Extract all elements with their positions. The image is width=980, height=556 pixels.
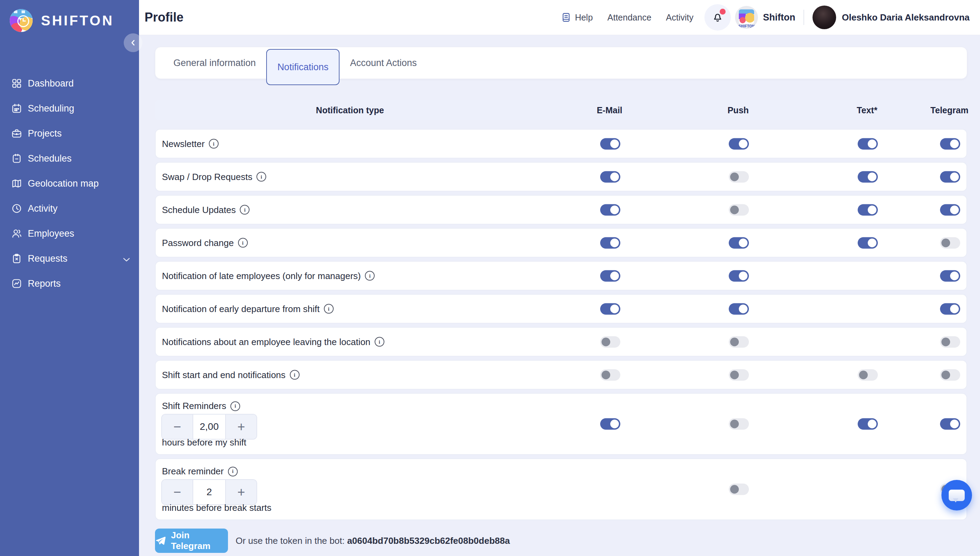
stepper-minus-button[interactable]: −	[162, 480, 192, 504]
chat-widget-button[interactable]	[941, 480, 972, 511]
toggle-knob	[610, 172, 619, 181]
info-icon[interactable]: i	[257, 172, 266, 182]
toggle-email[interactable]	[600, 138, 620, 149]
tab-account-actions[interactable]: Account Actions	[339, 52, 427, 73]
stepper-value[interactable]: 2,00	[192, 415, 226, 439]
toggle-knob	[730, 420, 739, 428]
toggle-text[interactable]	[858, 369, 878, 380]
sidebar-item-activity[interactable]: Activity	[0, 196, 139, 221]
toggle-email[interactable]	[600, 419, 620, 430]
app-root: SHIFTON DashboardSchedulingProjectsSched…	[0, 0, 980, 556]
sidebar-item-schedules[interactable]: Schedules	[0, 146, 139, 171]
help-link[interactable]: Help	[561, 12, 593, 23]
sidebar-item-scheduling[interactable]: Scheduling	[0, 96, 139, 121]
sidebar-collapse-button[interactable]	[124, 33, 142, 52]
toggle-knob	[941, 238, 950, 247]
info-icon[interactable]: i	[209, 139, 219, 149]
toggle-email[interactable]	[600, 270, 620, 281]
table-row: Newsletteri	[155, 129, 967, 158]
notifications-bell-button[interactable]	[704, 4, 731, 31]
toggle-telegram[interactable]	[940, 138, 960, 149]
stepper-suffix: hours before my shift	[162, 437, 246, 448]
stepper-minus-button[interactable]: −	[162, 415, 192, 439]
tab-notifications[interactable]: Notifications	[266, 49, 339, 85]
toggle-telegram[interactable]	[940, 204, 960, 215]
telegram-plane-icon	[155, 535, 166, 546]
row-label: Shift Reminders	[162, 401, 226, 411]
app-logo[interactable]: SHIFTON	[0, 0, 139, 32]
toggle-text[interactable]	[858, 138, 878, 149]
row-label-group: Notification of early departure from shi…	[162, 303, 334, 314]
shifton-logo-icon	[10, 9, 33, 32]
toggle-email[interactable]	[600, 204, 620, 215]
toggle-email[interactable]	[600, 171, 620, 183]
info-icon[interactable]: i	[240, 205, 250, 215]
user-name[interactable]: Oleshko Daria Aleksandrovna	[842, 12, 970, 23]
sidebar-item-label: Dashboard	[28, 78, 130, 89]
toggle-push[interactable]	[729, 138, 749, 149]
sidebar-item-dashboard[interactable]: Dashboard	[0, 71, 139, 96]
stepper-value[interactable]: 2	[192, 480, 226, 504]
join-telegram-label: Join Telegram	[171, 530, 228, 551]
info-icon[interactable]: i	[228, 467, 238, 477]
toggle-telegram[interactable]	[940, 303, 960, 315]
toggle-email[interactable]	[600, 237, 620, 249]
company-name[interactable]: Shifton	[763, 12, 795, 23]
row-label: Password change	[162, 238, 234, 248]
toggle-text[interactable]	[858, 237, 878, 249]
toggle-push[interactable]	[729, 237, 749, 249]
toggle-push[interactable]	[729, 336, 749, 348]
toggle-push[interactable]	[729, 369, 749, 380]
toggle-push[interactable]	[729, 303, 749, 315]
activity-link[interactable]: Activity	[666, 13, 693, 23]
toggle-text[interactable]	[858, 171, 878, 183]
notification-rows: NewsletteriSwap / Drop RequestsiSchedule…	[155, 129, 967, 520]
toggle-text[interactable]	[858, 419, 878, 430]
sidebar-item-projects[interactable]: Projects	[0, 121, 139, 146]
bot-token-text: Or use the token in the bot: a0604bd70b8…	[236, 535, 510, 546]
toggle-push[interactable]	[729, 270, 749, 281]
user-avatar[interactable]	[812, 6, 836, 29]
sidebar-item-requests[interactable]: Requests	[0, 246, 139, 271]
info-icon[interactable]: i	[290, 370, 300, 380]
toggle-knob	[868, 172, 877, 181]
stepper-plus-button[interactable]: +	[226, 480, 257, 504]
row-label: Shift start and end notifications	[162, 369, 286, 380]
reports-chart-icon	[11, 278, 22, 289]
toggle-knob	[739, 304, 748, 313]
topbar-divider	[804, 10, 804, 25]
toggle-telegram[interactable]	[940, 336, 960, 348]
toggle-push[interactable]	[729, 171, 749, 183]
toggle-text[interactable]	[858, 204, 878, 215]
sidebar-item-geolocation-map[interactable]: Geolocation map	[0, 171, 139, 196]
info-icon[interactable]: i	[375, 337, 384, 347]
sidebar-item-employees[interactable]: Employees	[0, 221, 139, 246]
toggle-telegram[interactable]	[940, 270, 960, 281]
info-icon[interactable]: i	[324, 304, 334, 314]
toggle-telegram[interactable]	[940, 419, 960, 430]
attendance-link[interactable]: Attendance	[607, 13, 652, 23]
toggle-telegram[interactable]	[940, 369, 960, 380]
geolocation-map-icon	[11, 178, 22, 189]
info-icon[interactable]: i	[238, 238, 248, 248]
sidebar-item-label: Reports	[28, 278, 130, 289]
stepper-plus-button[interactable]: +	[226, 415, 257, 439]
toggle-push[interactable]	[729, 204, 749, 215]
toggle-email[interactable]	[600, 303, 620, 315]
sidebar-item-label: Scheduling	[28, 103, 130, 114]
toggle-telegram[interactable]	[940, 171, 960, 183]
toggle-email[interactable]	[600, 336, 620, 348]
toggle-push[interactable]	[729, 419, 749, 430]
row-label-group: Break reminderi	[162, 466, 238, 477]
toggle-push[interactable]	[729, 484, 749, 495]
help-doc-icon	[561, 12, 572, 23]
join-telegram-button[interactable]: Join Telegram	[155, 529, 228, 553]
info-icon[interactable]: i	[231, 401, 240, 411]
tab-general-information[interactable]: General information	[163, 52, 266, 73]
company-avatar[interactable]: SHIFTON	[735, 6, 758, 29]
toggle-knob	[602, 338, 610, 346]
toggle-telegram[interactable]	[940, 237, 960, 249]
sidebar-item-reports[interactable]: Reports	[0, 271, 139, 296]
toggle-email[interactable]	[600, 369, 620, 380]
info-icon[interactable]: i	[365, 271, 375, 281]
